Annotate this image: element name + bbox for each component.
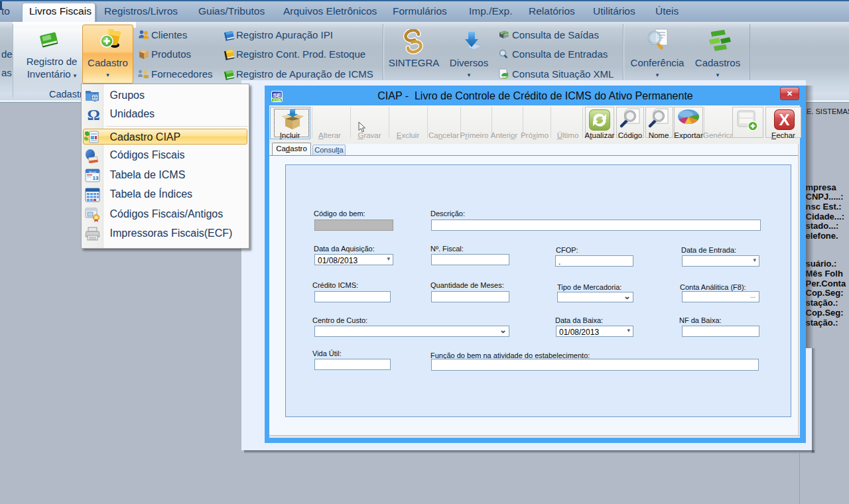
svg-text:Ω: Ω [87, 107, 99, 122]
svg-text:Month: Month [89, 170, 96, 174]
svg-text:13: 13 [93, 175, 99, 181]
svg-text:X: X [779, 111, 789, 129]
